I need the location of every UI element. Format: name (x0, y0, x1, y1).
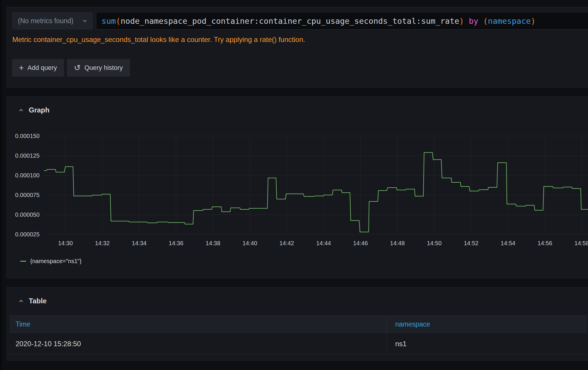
query-token-paren: ( (483, 16, 488, 26)
metrics-dropdown[interactable]: (No metrics found) (12, 12, 93, 30)
y-axis-tick-label: 0.000150 (15, 133, 40, 139)
table-header-row: Time namespace (10, 315, 587, 333)
table-section-toggle[interactable]: Table (18, 297, 47, 305)
x-axis-tick-label: 14:44 (316, 240, 331, 246)
x-axis-tick-label: 14:58 (575, 240, 588, 246)
table-panel: Table Time namespace 2020-12-10 15:28:50… (6, 287, 588, 361)
query-token-function: sum (102, 16, 116, 26)
x-axis-tick-label: 14:34 (132, 240, 146, 246)
graph-panel: Graph 0.0001500.0001250.0001000.0000750.… (6, 96, 588, 278)
chevron-down-icon (82, 18, 88, 24)
y-axis-tick-label: 0.000125 (15, 152, 40, 159)
counter-warning-text: Metric container_cpu_usage_seconds_total… (12, 36, 305, 44)
metrics-dropdown-label: (No metrics found) (18, 17, 73, 25)
x-axis-tick-label: 14:56 (538, 240, 552, 246)
add-query-label: Add query (28, 64, 57, 72)
x-axis-tick-label: 14:36 (169, 240, 183, 246)
legend-series-swatch (20, 261, 26, 262)
results-table: Time namespace 2020-12-10 15:28:50 ns1 (10, 315, 587, 354)
table-row: 2020-12-10 15:28:50 ns1 (10, 333, 587, 354)
table-panel-title: Table (29, 297, 47, 305)
legend-series-label: {namespace="ns1"} (30, 258, 82, 265)
y-axis-tick-label: 0.000100 (15, 172, 40, 179)
history-icon: ↺ (74, 64, 81, 72)
query-actions-row: + Add query ↺ Query history (12, 59, 130, 77)
x-axis-tick-label: 14:52 (464, 240, 479, 246)
query-token-metric: node_namespace_pod_container:container_c… (121, 16, 459, 26)
query-history-button[interactable]: ↺ Query history (67, 59, 130, 77)
legend-item[interactable]: {namespace="ns1"} (20, 258, 82, 265)
x-axis-tick-label: 14:32 (95, 240, 110, 246)
query-token-paren: ( (116, 16, 121, 26)
series-line-ns1 (44, 152, 588, 232)
y-axis-tick-label: 0.000025 (15, 231, 40, 238)
x-axis-tick-label: 14:46 (353, 240, 368, 246)
x-axis-tick-label: 14:54 (501, 240, 515, 246)
time-series-chart: 0.0001500.0001250.0001000.0000750.000050… (7, 97, 588, 278)
add-query-button[interactable]: + Add query (12, 59, 64, 77)
table-header-namespace[interactable]: namespace (387, 315, 587, 333)
y-axis-tick-label: 0.000050 (15, 211, 40, 218)
x-axis-tick-label: 14:50 (427, 240, 442, 246)
x-axis-tick-label: 14:40 (242, 240, 257, 246)
table-cell-time: 2020-12-10 15:28:50 (10, 333, 387, 354)
x-axis-tick-label: 14:30 (58, 240, 73, 246)
query-token-label: namespace (488, 16, 531, 26)
table-cell-namespace: ns1 (387, 333, 587, 354)
chevron-up-icon (18, 298, 24, 304)
query-token-paren: ) (531, 16, 535, 26)
query-history-label: Query history (85, 64, 123, 72)
left-edge-strip (0, 0, 3, 370)
query-token-keyword: by (464, 16, 483, 26)
promql-query-input[interactable]: sum(node_namespace_pod_container:contain… (96, 12, 588, 30)
x-axis-tick-label: 14:38 (206, 240, 220, 246)
y-axis-tick-label: 0.000075 (15, 192, 40, 198)
x-axis-tick-label: 14:48 (390, 240, 405, 246)
grafana-explore-screen: (No metrics found) sum(node_namespace_po… (0, 0, 588, 370)
plus-icon: + (19, 64, 24, 72)
table-header-time[interactable]: Time (10, 315, 387, 333)
query-token-paren: ) (459, 16, 464, 26)
x-axis-tick-label: 14:42 (279, 240, 294, 246)
query-editor-panel: (No metrics found) sum(node_namespace_po… (6, 7, 588, 88)
